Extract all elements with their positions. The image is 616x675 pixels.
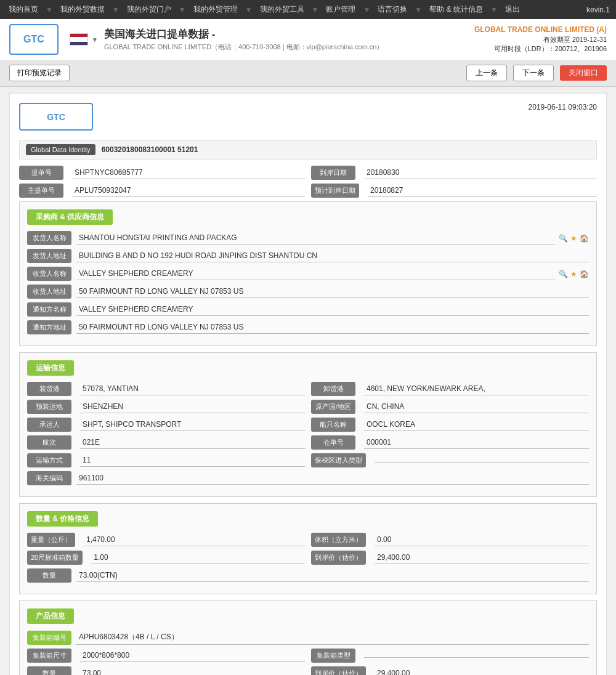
consignee-name-value: VALLEY SHEPHERD CREAMERY xyxy=(76,267,555,280)
bonded-zone-col: 保税区进入类型 xyxy=(311,453,589,467)
nav-items: 我的首页 ▼ 我的外贸数据 ▼ 我的外贸门户 ▼ 我的外贸管理 ▼ 我的外贸工具… xyxy=(6,3,522,16)
load-port-label: 装货港 xyxy=(27,382,71,396)
consignee-addr-label: 收货人地址 xyxy=(27,285,71,299)
prod-qty-label: 数量 xyxy=(27,666,71,675)
supplier-section: 采购商 & 供应商信息 发货人名称 SHANTOU HONGTAI PRINTI… xyxy=(19,201,597,346)
notify-name-group: 通知方名称 VALLEY SHEPHERD CREAMERY xyxy=(27,302,589,317)
prod-shore-value: 29,400.00 xyxy=(375,667,589,675)
transport-mode-value: 11 xyxy=(80,454,305,467)
container20-shore-row: 20尺标准箱数量 1.00 到岸价（估价） 29,400.00 xyxy=(27,551,589,565)
nav-help[interactable]: 帮助 & 统计信息 xyxy=(427,3,485,16)
nav-portal[interactable]: 我的外贸门户 xyxy=(124,3,174,16)
nav-account[interactable]: 账户管理 xyxy=(323,3,358,16)
consignee-addr-group: 收货人地址 50 FAIRMOUNT RD LONG VALLEY NJ 078… xyxy=(27,285,589,299)
prod-qty-value: 73.00 xyxy=(80,667,305,675)
title-area: 美国海关进口提单数据 - GLOBAL TRADE ONLINE LIMITED… xyxy=(104,27,468,52)
container-type-value xyxy=(364,653,589,658)
product-section-title: 产品信息 xyxy=(27,608,74,624)
arrival-date-label: 到岸日期 xyxy=(311,166,355,180)
shipper-addr-value: BUILDING B AND D NO 192 HUDI ROAD JINPIN… xyxy=(76,249,589,262)
nav-tools[interactable]: 我的外贸工具 xyxy=(257,3,307,16)
doc-header: GTC 2019-06-11 09:03:20 xyxy=(19,103,597,131)
pre-dest-label: 预装运地 xyxy=(27,400,71,414)
page-title: 美国海关进口提单数据 - xyxy=(104,27,468,41)
nav-home[interactable]: 我的首页 xyxy=(6,3,41,16)
est-arrival-value: 20180827 xyxy=(368,184,597,197)
consignee-home-icon[interactable]: 🏠 xyxy=(580,270,589,278)
arrival-date-value: 20180830 xyxy=(364,166,597,179)
consignee-star-icon[interactable]: ★ xyxy=(570,270,577,278)
prev-button[interactable]: 上一条 xyxy=(466,65,507,81)
bill-lading-value: 000001 xyxy=(364,436,589,449)
us-flag-icon xyxy=(70,33,88,46)
consignee-search-icon[interactable]: 🔍 xyxy=(559,270,568,278)
main-document: GTC 2019-06-11 09:03:20 Global Data Iden… xyxy=(9,93,607,675)
shipper-search-icon[interactable]: 🔍 xyxy=(559,234,568,243)
transport-section-title: 运输信息 xyxy=(27,360,74,376)
vessel-value: OOCL KOREA xyxy=(364,418,589,431)
user-label: kevin.1 xyxy=(586,6,610,14)
flag-dropdown[interactable]: ▼ xyxy=(70,33,98,46)
shipper-star-icon[interactable]: ★ xyxy=(570,234,577,243)
shipper-name-group: 发货人名称 SHANTOU HONGTAI PRINTING AND PACKA… xyxy=(27,231,589,245)
notify-name-label: 通知方名称 xyxy=(27,302,71,317)
doc-logo: GTC xyxy=(19,103,93,131)
shore-price-label: 到岸价（估价） xyxy=(311,551,366,565)
customs-code-group: 海关编码 961100 xyxy=(27,471,589,485)
nav-lang[interactable]: 语言切换 xyxy=(375,3,410,16)
top-toolbar: 打印预览记录 上一条 下一条 关闭窗口 xyxy=(0,60,616,87)
doc-timestamp: 2019-06-11 09:03:20 xyxy=(529,103,597,111)
est-arrival-col: 预计到岸日期 20180827 xyxy=(311,184,597,198)
container20-value: 1.00 xyxy=(91,551,305,564)
container-no-value: APHU6803428（4B / L / CS） xyxy=(76,630,589,645)
container-size-col: 集装箱尺寸 2000*806*800 xyxy=(27,649,305,663)
weight-value: 1,470.00 xyxy=(84,533,305,546)
close-button[interactable]: 关闭窗口 xyxy=(560,65,607,81)
vessel-col: 船只名称 OOCL KOREA xyxy=(311,418,589,432)
bonded-zone-value xyxy=(375,458,589,463)
bill-no-label: 提单号 xyxy=(19,166,63,180)
shipper-addr-group: 发货人地址 BUILDING B AND D NO 192 HUDI ROAD … xyxy=(27,249,589,263)
print-button[interactable]: 打印预览记录 xyxy=(9,65,70,81)
shipper-name-label: 发货人名称 xyxy=(27,231,71,245)
shore-price-col: 到岸价（估价） 29,400.00 xyxy=(311,551,589,565)
voyage-label: 航次 xyxy=(27,435,71,450)
nav-logout[interactable]: 退出 xyxy=(503,3,522,16)
notify-addr-value: 50 FAIRMOUNT RD LONG VALLEY NJ 07853 US xyxy=(76,321,589,334)
container-size-label: 集装箱尺寸 xyxy=(27,649,71,663)
weight-label: 重量（公斤） xyxy=(27,533,75,547)
next-button[interactable]: 下一条 xyxy=(513,65,554,81)
consignee-name-label: 收货人名称 xyxy=(27,267,71,281)
origin-value: CN, CHINA xyxy=(364,400,589,413)
master-bill-value: APLU750932047 xyxy=(72,184,305,197)
unload-port-col: 卸货港 4601, NEW YORK/NEWARK AREA, xyxy=(311,382,589,396)
prod-qty-shore-row: 数量 73.00 到岸价（估价） 29,400.00 xyxy=(27,666,589,675)
weight-volume-row: 重量（公斤） 1,470.00 体积（立方米） 0.00 xyxy=(27,533,589,547)
est-arrival-label: 预计到岸日期 xyxy=(311,184,359,198)
transport-mode-label: 运输方式 xyxy=(27,453,71,467)
container-size-value: 2000*806*800 xyxy=(80,649,305,662)
nav-manage[interactable]: 我的外贸管理 xyxy=(191,3,240,16)
prod-qty-col: 数量 73.00 xyxy=(27,666,305,675)
notify-addr-group: 通知方地址 50 FAIRMOUNT RD LONG VALLEY NJ 078… xyxy=(27,320,589,334)
volume-col: 体积（立方米） 0.00 xyxy=(311,533,589,547)
container-type-label: 集装箱类型 xyxy=(311,649,355,663)
container-type-col: 集装箱类型 xyxy=(311,649,589,663)
master-bill-col: 主提单号 APLU750932047 xyxy=(19,184,305,198)
unload-port-value: 4601, NEW YORK/NEWARK AREA, xyxy=(364,382,589,395)
load-port-col: 装货港 57078, YANTIAN xyxy=(27,382,305,396)
global-data-identity-row: Global Data Identity 600320180083100001 … xyxy=(19,140,597,160)
bonded-zone-label: 保税区进入类型 xyxy=(311,453,366,467)
nav-data[interactable]: 我的外贸数据 xyxy=(58,3,107,16)
shipper-home-icon[interactable]: 🏠 xyxy=(580,234,589,243)
customs-code-value: 961100 xyxy=(76,472,589,485)
unload-port-label: 卸货港 xyxy=(311,382,355,396)
quantity-section-title: 数量 & 价格信息 xyxy=(27,511,98,527)
qty-label: 数量 xyxy=(27,568,71,583)
qty-group: 数量 73.00(CTN) xyxy=(27,568,589,583)
weight-col: 重量（公斤） 1,470.00 xyxy=(27,533,305,547)
voyage-value: 021E xyxy=(80,436,305,449)
container20-label: 20尺标准箱数量 xyxy=(27,551,83,565)
qty-value: 73.00(CTN) xyxy=(76,569,589,582)
supplier-section-title: 采购商 & 供应商信息 xyxy=(27,209,113,225)
